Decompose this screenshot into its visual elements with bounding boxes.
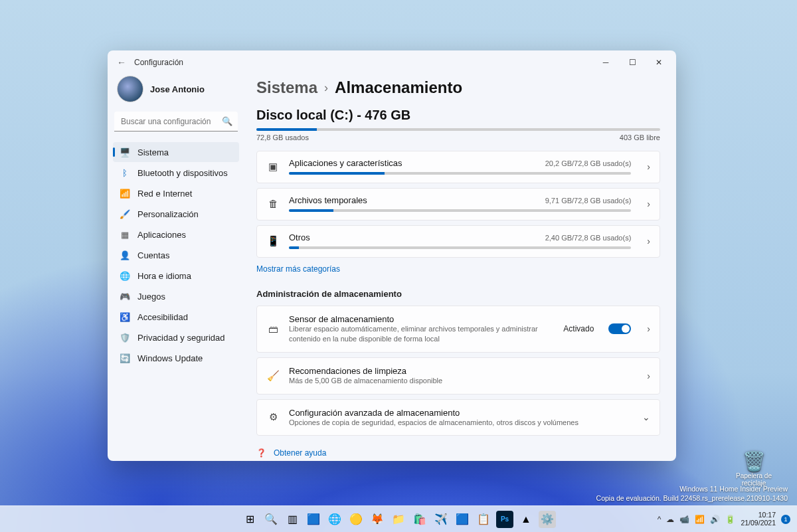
settings-taskbar-icon[interactable]: ⚙️: [539, 511, 556, 528]
sidebar-item-label: Juegos: [137, 292, 165, 302]
sidebar-item-juegos[interactable]: 🎮Juegos: [113, 286, 239, 306]
sidebar-item-label: Aplicaciones: [137, 230, 186, 240]
storage-category-card[interactable]: 📱Otros2,40 GB/72,8 GB usado(s)›: [256, 225, 660, 258]
battery-tray-icon[interactable]: 🔋: [725, 515, 735, 524]
storage-sense-icon: 🗃: [266, 323, 280, 335]
management-card[interactable]: 🧹Recomendaciones de limpiezaMás de 5,00 …: [256, 357, 660, 395]
sidebar-item-aplicaciones[interactable]: ▦Aplicaciones: [113, 224, 239, 244]
breadcrumb-parent[interactable]: Sistema: [256, 78, 317, 97]
volume-tray-icon[interactable]: 🔊: [710, 515, 720, 524]
breadcrumb: Sistema › Almacenamiento: [256, 74, 660, 97]
sidebar-item-accesibilidad[interactable]: ♿Accesibilidad: [113, 307, 239, 327]
category-usage: 20,2 GB/72,8 GB usado(s): [545, 159, 632, 167]
update-icon: 🔄: [120, 353, 130, 363]
tray-chevron-icon[interactable]: ^: [658, 515, 662, 524]
start-button[interactable]: ⊞: [241, 511, 258, 528]
accounts-icon: 👤: [120, 250, 130, 260]
sidebar-item-label: Privacidad y seguridad: [137, 333, 225, 343]
sidebar-item-windows-update[interactable]: 🔄Windows Update: [113, 348, 239, 368]
sidebar-item-label: Accesibilidad: [137, 312, 188, 322]
mgmt-title: Configuración avanzada de almacenamiento: [289, 408, 626, 418]
search-icon: 🔍: [222, 116, 232, 126]
sidebar-item-hora-e-idioma[interactable]: 🌐Hora e idioma: [113, 266, 239, 286]
accessibility-icon: ♿: [120, 311, 130, 322]
clock[interactable]: 10:17 21/09/2021: [741, 511, 776, 527]
chevron-right-icon: ›: [647, 371, 650, 381]
search-input[interactable]: [114, 112, 238, 132]
task-view[interactable]: ▥: [284, 511, 301, 528]
sidebar-item-label: Windows Update: [137, 353, 203, 363]
settings-window: ← Configuración ─ ☐ ✕ Jose Antonio 🔍 🖥️S…: [108, 50, 676, 461]
maximize-button[interactable]: ☐: [619, 53, 646, 72]
photoshop-icon[interactable]: Ps: [496, 511, 513, 528]
profile[interactable]: Jose Antonio: [113, 74, 239, 112]
wifi-tray-icon[interactable]: 📶: [695, 515, 705, 524]
recycle-bin[interactable]: 🗑️ Papelera de reciclaje: [736, 450, 772, 487]
telegram-icon[interactable]: ✈️: [432, 511, 450, 528]
close-button[interactable]: ✕: [646, 53, 672, 72]
notification-badge[interactable]: 1: [781, 515, 790, 524]
get-help-link[interactable]: Obtener ayuda: [274, 448, 326, 458]
minimize-button[interactable]: ─: [592, 53, 619, 72]
mgmt-title: Recomendaciones de limpieza: [289, 366, 631, 376]
drive-icon[interactable]: ▲: [517, 511, 535, 528]
sidebar-item-red-e-internet[interactable]: 📶Red e Internet: [113, 183, 239, 203]
storage-category-card[interactable]: 🗑Archivos temporales9,71 GB/72,8 GB usad…: [256, 188, 660, 221]
widgets[interactable]: 🟦: [305, 511, 322, 528]
storage-management-heading: Administración de almacenamiento: [256, 289, 660, 299]
time-language-icon: 🌐: [120, 270, 130, 281]
main-content: Sistema › Almacenamiento Disco local (C:…: [244, 74, 676, 461]
sidebar: Jose Antonio 🔍 🖥️SistemaᛒBluetooth y dis…: [108, 74, 244, 461]
titlebar: ← Configuración ─ ☐ ✕: [108, 50, 676, 74]
category-usage: 2,40 GB/72,8 GB usado(s): [545, 234, 632, 242]
firefox-icon[interactable]: 🦊: [369, 511, 386, 528]
sidebar-item-label: Red e Internet: [137, 189, 192, 199]
storage-category-card[interactable]: ▣Aplicaciones y características20,2 GB/7…: [256, 151, 660, 183]
back-button[interactable]: ←: [117, 57, 132, 68]
apps-icon: ▦: [120, 229, 130, 240]
advanced-storage-icon: ⚙: [266, 411, 280, 423]
sidebar-item-sistema[interactable]: 🖥️Sistema: [113, 142, 239, 162]
sidebar-item-privacidad-y-seguridad[interactable]: 🛡️Privacidad y seguridad: [113, 327, 239, 347]
search-box[interactable]: 🔍: [114, 112, 238, 132]
recycle-bin-icon: 🗑️: [736, 450, 772, 472]
app-icon-2[interactable]: 📋: [475, 511, 492, 528]
category-title: Aplicaciones y características: [289, 158, 402, 168]
mgmt-subtitle: Más de 5,00 GB de almacenamiento disponi…: [289, 376, 631, 386]
store-icon[interactable]: 🛍️: [411, 511, 428, 528]
onedrive-tray-icon[interactable]: ☁: [666, 515, 674, 524]
sidebar-item-label: Personalización: [137, 209, 199, 219]
category-title: Archivos temporales: [289, 195, 367, 205]
mgmt-subtitle: Opciones de copia de seguridad, espacios…: [289, 418, 626, 428]
taskbar: ⊞ 🔍 ▥ 🟦 🌐 🟡 🦊 📁 🛍️ ✈️ 🟦 📋 Ps ▲ ⚙️ ^ ☁ 📹 …: [0, 505, 797, 532]
taskbar-search[interactable]: 🔍: [262, 511, 280, 528]
chrome-icon[interactable]: 🟡: [347, 511, 365, 528]
show-more-categories-link[interactable]: Mostrar más categorías: [256, 264, 340, 274]
sidebar-item-cuentas[interactable]: 👤Cuentas: [113, 245, 239, 265]
network-icon: 📶: [120, 188, 130, 199]
management-card[interactable]: 🗃Sensor de almacenamientoLiberar espacio…: [256, 306, 660, 353]
storage-sense-toggle[interactable]: [608, 323, 631, 334]
help-icon: ❓: [256, 448, 267, 458]
breadcrumb-current: Almacenamiento: [335, 78, 462, 97]
window-title: Configuración: [134, 58, 183, 67]
app-icon-1[interactable]: 🟦: [454, 511, 471, 528]
cleanup-icon: 🧹: [266, 370, 280, 382]
disk-usage-bar: [256, 128, 660, 131]
mgmt-subtitle: Liberar espacio automáticamente, elimina…: [289, 324, 554, 344]
meet-now-icon[interactable]: 📹: [679, 515, 689, 524]
file-explorer-icon[interactable]: 📁: [390, 511, 407, 528]
chevron-right-icon: ›: [324, 81, 328, 95]
privacy-icon: 🛡️: [120, 332, 130, 343]
chevron-down-icon: ⌄: [642, 412, 650, 422]
sidebar-item-label: Hora e idioma: [137, 271, 191, 281]
disk-used-label: 72,8 GB usados: [256, 133, 309, 141]
sidebar-item-bluetooth-y-dispositivos[interactable]: ᛒBluetooth y dispositivos: [113, 163, 239, 183]
gaming-icon: 🎮: [120, 291, 130, 302]
management-card[interactable]: ⚙Configuración avanzada de almacenamient…: [256, 399, 660, 436]
mgmt-title: Sensor de almacenamiento: [289, 314, 554, 324]
personalization-icon: 🖌️: [120, 209, 130, 219]
sidebar-item-personalizaci-n[interactable]: 🖌️Personalización: [113, 204, 239, 224]
chevron-right-icon: ›: [647, 236, 650, 246]
edge-icon[interactable]: 🌐: [326, 511, 343, 528]
